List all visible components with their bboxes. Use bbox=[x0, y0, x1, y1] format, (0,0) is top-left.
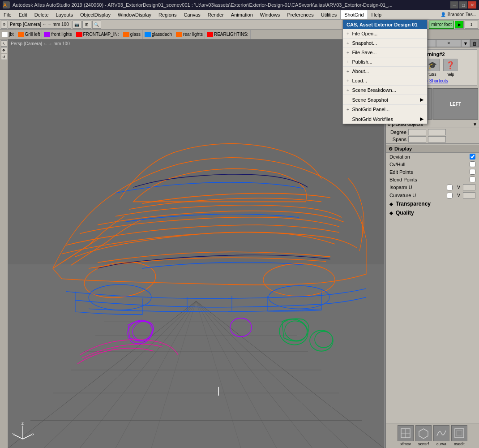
vtb-move-btn[interactable]: ✥ bbox=[1, 47, 7, 53]
deviation-checkbox[interactable] bbox=[470, 154, 475, 159]
layer-item-rearlightins[interactable]: REARLIGHTINS: bbox=[205, 30, 251, 39]
transparency-arrow-icon: ◆ bbox=[389, 202, 393, 207]
vp-right-btn2[interactable]: 1 bbox=[465, 21, 478, 29]
vp-ctrl-cam[interactable]: 📷 bbox=[73, 21, 81, 29]
vtb-arrow-btn[interactable]: ↖ bbox=[1, 40, 7, 47]
shotgrid-publish[interactable]: + Publish... bbox=[343, 57, 427, 67]
quality-collapsible[interactable]: ◆ Quality bbox=[386, 208, 479, 217]
panel-delete-btn[interactable]: 🗑 bbox=[470, 39, 479, 47]
load-label: Load... bbox=[352, 78, 367, 83]
xfmcv-item[interactable]: xfmcv bbox=[398, 425, 414, 446]
svg-text:Y: Y bbox=[12, 432, 15, 436]
coord-indicator: X Y Z bbox=[12, 421, 34, 444]
vp-ctrl-zoom[interactable]: 🔍 bbox=[92, 21, 101, 29]
snap-btn[interactable]: ⊙ bbox=[1, 21, 7, 29]
menu-delete[interactable]: Delete bbox=[31, 10, 52, 19]
curvature-v-input[interactable] bbox=[463, 192, 475, 198]
shotgrid-about[interactable]: + About... bbox=[343, 67, 427, 76]
viewport-persp-label: Persp [Camera] ←→ mm 100 bbox=[10, 22, 69, 27]
layer-item-glassdach[interactable]: glassdach bbox=[143, 30, 174, 39]
shotgrid-file-open[interactable]: + File Open... bbox=[343, 29, 427, 39]
layer-item-glass[interactable]: glass bbox=[121, 30, 143, 39]
view-left-label: LEFT bbox=[450, 102, 461, 107]
minimize-button[interactable]: ─ bbox=[450, 1, 458, 9]
deviation-row: Deviation bbox=[386, 153, 479, 160]
user-name: Brandon Tas... bbox=[448, 12, 476, 17]
shotgrid-workfiles[interactable]: + ShotGrid Workfiles ▶ bbox=[343, 114, 427, 124]
svg-line-34 bbox=[14, 435, 23, 439]
layer-item-frontlights[interactable]: front lights bbox=[42, 30, 74, 39]
transparency-collapsible[interactable]: ◆ Transparency bbox=[386, 199, 479, 208]
shotgrid-panel[interactable]: + ShotGrid Panel... bbox=[343, 105, 427, 114]
scnsrf-icon bbox=[415, 425, 432, 441]
menu-animation[interactable]: Animation bbox=[227, 10, 257, 19]
menu-shotgrid[interactable]: ShotGrid bbox=[340, 10, 368, 19]
shotgrid-scene-breakdown[interactable]: + Scene Breakdown... bbox=[343, 86, 427, 95]
isoparm-checkbox[interactable] bbox=[447, 185, 453, 190]
spans-label: Spans bbox=[388, 137, 406, 142]
viewport-mode-label: Persp [Camera] ←→ mm 100 bbox=[11, 41, 70, 46]
panel-scroll-down[interactable]: ▼ bbox=[461, 39, 470, 47]
car-wireframe: Z bbox=[8, 48, 384, 396]
transparency-label: Transparency bbox=[396, 201, 431, 207]
shotgrid-load[interactable]: + Load... bbox=[343, 76, 427, 86]
tutrs-label: tutrs bbox=[428, 72, 436, 77]
menu-help[interactable]: Help bbox=[368, 10, 385, 19]
isoparm-v-input[interactable] bbox=[463, 184, 475, 190]
spans-input-2[interactable] bbox=[428, 136, 446, 142]
panel-icon-btn3[interactable]: ✕ bbox=[436, 39, 461, 47]
degree-label: Degree bbox=[388, 129, 406, 135]
menu-layouts[interactable]: Layouts bbox=[52, 10, 77, 19]
editpoints-checkbox[interactable] bbox=[470, 169, 475, 175]
menu-utilities[interactable]: Utilities bbox=[317, 10, 340, 19]
shotgrid-snapshot[interactable]: + Snapshot... bbox=[343, 39, 427, 48]
curva-item[interactable]: curva bbox=[433, 425, 449, 446]
obj-count-dropdown[interactable]: ▼ bbox=[473, 122, 477, 127]
curvature-checkbox[interactable] bbox=[447, 193, 453, 198]
view-left[interactable]: LEFT bbox=[433, 88, 478, 120]
cvhull-checkbox[interactable] bbox=[470, 161, 475, 167]
svg-point-20 bbox=[263, 264, 335, 296]
close-button[interactable]: ✕ bbox=[468, 1, 476, 9]
menu-objectdisplay[interactable]: ObjectDisplay bbox=[77, 10, 114, 19]
layer-name-rearlights: rear lights bbox=[183, 32, 203, 37]
menu-windowdisplay[interactable]: WindowDisplay bbox=[114, 10, 155, 19]
vtb-rotate-btn[interactable]: ↺ bbox=[1, 54, 7, 60]
layer-item-frontlamp[interactable]: FRONTLAMP_IN: bbox=[74, 30, 121, 39]
menu-edit[interactable]: Edit bbox=[15, 10, 31, 19]
layer-item-grilleft[interactable]: Grill left bbox=[16, 30, 43, 39]
xsedit-item[interactable]: xsedit bbox=[451, 425, 467, 446]
degree-row: Degree bbox=[388, 129, 477, 135]
degree-input-2[interactable] bbox=[428, 129, 446, 135]
help-icon-box[interactable]: ❓ help bbox=[443, 59, 458, 77]
plus-icon: + bbox=[346, 31, 349, 36]
menu-render[interactable]: Render bbox=[204, 10, 227, 19]
plus-icon: + bbox=[346, 107, 349, 112]
menu-windows[interactable]: Windows bbox=[257, 10, 284, 19]
main-viewport: Persp [Camera] ←→ mm 100 bbox=[8, 39, 384, 448]
menu-preferences[interactable]: Preferences bbox=[283, 10, 317, 19]
quality-label: Quality bbox=[396, 210, 414, 216]
vp-ctrl-grid[interactable]: ⊞ bbox=[82, 21, 91, 29]
layer-item-jbt[interactable]: jbt bbox=[0, 30, 16, 39]
menu-canvas[interactable]: Canvas bbox=[180, 10, 204, 19]
blendpoints-checkbox[interactable] bbox=[470, 177, 475, 182]
display-section-header[interactable]: ⚙ Display bbox=[386, 145, 479, 153]
layer-name-frontlamp: FRONTLAMP_IN: bbox=[83, 32, 119, 37]
maximize-button[interactable]: □ bbox=[459, 1, 467, 9]
file-open-label: File Open... bbox=[352, 31, 377, 36]
layer-item-rearlights[interactable]: rear lights bbox=[174, 30, 205, 39]
svg-line-33 bbox=[23, 435, 32, 439]
degree-input-1[interactable] bbox=[408, 129, 426, 135]
menu-regions[interactable]: Regions bbox=[155, 10, 180, 19]
shotgrid-scene-snapshot[interactable]: + Scene Snapshot ▶ bbox=[343, 95, 427, 105]
svg-text:Z: Z bbox=[21, 422, 24, 426]
vp-right-btn1[interactable]: ▶ bbox=[455, 21, 464, 29]
scnsrf-item[interactable]: scnsrf bbox=[415, 425, 432, 446]
cvhull-row: Cv/Hull bbox=[386, 160, 479, 168]
spans-input-1[interactable] bbox=[408, 136, 426, 142]
help-label: help bbox=[446, 72, 454, 77]
menu-file[interactable]: File bbox=[0, 10, 15, 19]
shotgrid-file-save[interactable]: + File Save... bbox=[343, 48, 427, 57]
shotgrid-panel-label: ShotGrid Panel... bbox=[352, 107, 389, 112]
